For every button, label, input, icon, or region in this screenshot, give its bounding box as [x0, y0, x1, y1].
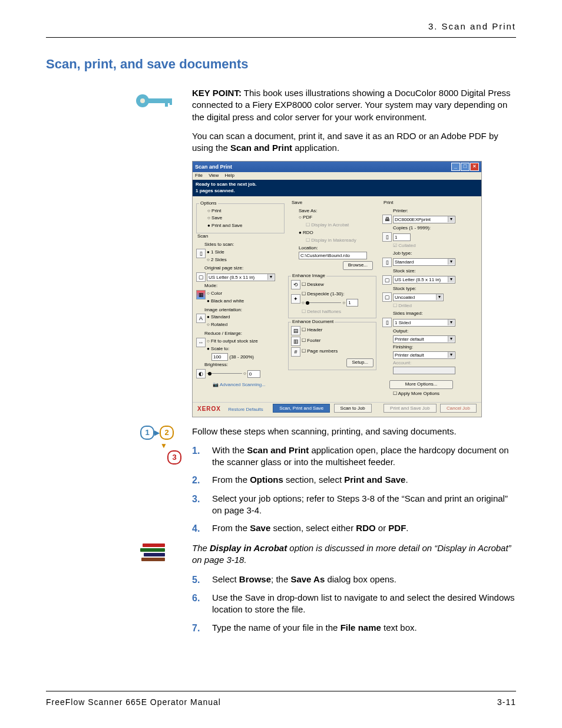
- fit-to-stock[interactable]: Fit to output stock size: [207, 338, 258, 345]
- orient-rotated[interactable]: Rotated: [207, 322, 230, 328]
- account-input: [393, 367, 455, 374]
- scan-and-print-screenshot: Scan and Print _□× File View Help Ready …: [192, 161, 482, 417]
- print-save-job-button: Print and Save Job: [384, 404, 437, 413]
- brightness-slider[interactable]: [207, 372, 242, 375]
- stocktype-select[interactable]: Uncoated: [393, 294, 444, 301]
- restore-defaults-link[interactable]: Restore Defaults: [228, 407, 263, 412]
- header-check[interactable]: Header: [302, 327, 322, 334]
- printer-icon: 🖶: [382, 215, 392, 224]
- status-bar: Ready to scan the next job. 1 pages scan…: [193, 180, 481, 196]
- maximize-icon[interactable]: □: [461, 163, 470, 171]
- svg-point-1: [140, 98, 145, 103]
- print-group: Print Printer: 🖶DC8000EXPprint Copies (1…: [380, 203, 462, 400]
- scan-print-save-button[interactable]: Scan, Print and Save: [273, 404, 330, 413]
- deskew-check[interactable]: Deskew: [302, 282, 324, 288]
- chapter-breadcrumb: 3. Scan and Print: [46, 21, 516, 38]
- sides-1[interactable]: 1 Side: [207, 249, 227, 256]
- opt-print-and-save[interactable]: Print and Save: [207, 223, 282, 229]
- display-makeready: Display in Makeready: [306, 238, 374, 244]
- stocksize-icon: ▢: [382, 275, 392, 285]
- advanced-scanning-link[interactable]: 📷 Advanced Scanning...: [213, 382, 266, 387]
- browse-button[interactable]: Browse...: [343, 261, 373, 270]
- save-rdo[interactable]: RDO: [299, 230, 374, 236]
- scan-group: Scan Sides to scan: ▯ 1 Side 2 Sides Ori…: [196, 237, 285, 391]
- mode-bw[interactable]: Black and white: [207, 298, 244, 305]
- step-1: 1. With the Scan and Print application o…: [192, 444, 516, 469]
- svg-rect-3: [165, 98, 168, 107]
- step-6: 6. Use the Save in drop-down list to nav…: [192, 592, 516, 616]
- mode-icon: ▦: [196, 290, 206, 299]
- minimize-icon[interactable]: _: [451, 163, 460, 171]
- enhance-image-group: Enhance Image ⟲ Deskew ✦ Despeckle (1-30…: [288, 276, 376, 318]
- detect-halftones: Detect halftones: [302, 309, 373, 315]
- scale-to[interactable]: Scale to:: [207, 346, 258, 353]
- stocktype-icon: ▢: [382, 292, 392, 302]
- page-number: 3-11: [497, 697, 516, 707]
- scale-value[interactable]: 100: [211, 353, 228, 361]
- footer-icon: ▥: [291, 337, 300, 346]
- menu-view[interactable]: View: [209, 173, 219, 178]
- copies-icon: ▯: [382, 232, 392, 242]
- jobtype-icon: ▯: [382, 258, 392, 267]
- svg-rect-4: [170, 98, 172, 105]
- save-pdf[interactable]: PDF: [299, 215, 374, 221]
- sides-2[interactable]: 2 Sides: [207, 257, 227, 263]
- menu-bar: File View Help: [193, 172, 481, 180]
- brightness-icon: ◐: [196, 369, 206, 378]
- steps-123-icon: 1▶2 ▼ 3: [140, 426, 185, 465]
- opt-save[interactable]: Save: [207, 215, 282, 222]
- cancel-job-button: Cancel Job: [440, 404, 477, 413]
- menu-help[interactable]: Help: [225, 173, 234, 178]
- opt-print[interactable]: Print: [207, 208, 282, 215]
- sidesimaged-select[interactable]: 1 Sided: [393, 319, 455, 327]
- apply-more-options[interactable]: Apply More Options: [393, 391, 460, 397]
- step-3: 3. Select your job options; refer to Ste…: [192, 493, 516, 517]
- output-select[interactable]: Printer default: [393, 335, 455, 343]
- header-icon: ▤: [291, 326, 300, 335]
- display-acrobat: Display in Acrobat: [306, 222, 374, 229]
- collated-check: Collated: [393, 243, 460, 249]
- sidesimaged-icon: ▯: [382, 318, 392, 327]
- orient-standard[interactable]: Standard: [207, 314, 230, 321]
- step-5: 5. Select Browse; the Save As dialog box…: [192, 574, 516, 587]
- stocksize-select[interactable]: US Letter (8.5 x 11 in): [393, 276, 455, 284]
- step-7: 7. Type the name of your file in the Fil…: [192, 622, 516, 635]
- despeckle-value[interactable]: 1: [346, 299, 358, 307]
- close-icon[interactable]: ×: [470, 163, 479, 171]
- follow-steps-text: Follow these steps when scanning, printi…: [192, 426, 516, 437]
- mode-color[interactable]: Color: [207, 291, 244, 297]
- manual-title: FreeFlow Scanner 665E Operator Manual: [46, 697, 221, 707]
- dialog-footer: XEROX Restore Defaults Scan, Print and S…: [193, 402, 481, 417]
- deskew-icon: ⟲: [291, 280, 300, 289]
- finishing-select[interactable]: Printer default: [393, 351, 455, 359]
- note-display-acrobat: The Display in Acrobat option is discuss…: [192, 542, 516, 566]
- window-titlebar: Scan and Print _□×: [193, 162, 481, 172]
- pagenum-check[interactable]: Page numbers: [302, 348, 338, 355]
- copies-input[interactable]: 1: [393, 233, 411, 241]
- despeckle-check[interactable]: Despeckle (1-30):: [302, 291, 358, 298]
- xerox-logo: XEROX: [197, 406, 221, 412]
- despeckle-icon: ✦: [291, 294, 300, 304]
- page-footer: FreeFlow Scanner 665E Operator Manual 3-…: [46, 691, 516, 707]
- key-point-paragraph: KEY POINT: This book uses illustrations …: [192, 87, 516, 123]
- intro-paragraph: You can scan a document, print it, and s…: [192, 130, 516, 154]
- location-field[interactable]: C:\Customer\Bound.rdo: [299, 252, 367, 259]
- enhance-document-group: Enhance Document ▤Header ▥Footer #Page n…: [288, 322, 376, 370]
- pagenum-icon: #: [291, 347, 300, 357]
- more-options-button[interactable]: More Options...: [389, 380, 453, 389]
- step-2: 2. From the Options section, select Prin…: [192, 474, 516, 487]
- window-buttons: _□×: [451, 163, 479, 171]
- jobtype-select[interactable]: Standard: [393, 258, 455, 266]
- printer-select[interactable]: DC8000EXPprint: [393, 216, 455, 223]
- drilled-check: Drilled: [393, 303, 460, 309]
- orig-page-size-select[interactable]: US Letter (8.5 x 11 in): [207, 274, 275, 281]
- brightness-value[interactable]: 0: [247, 370, 260, 378]
- page-size-icon: ▢: [196, 272, 206, 282]
- footer-check[interactable]: Footer: [302, 338, 320, 344]
- scale-icon: ↔: [196, 338, 206, 347]
- setup-button[interactable]: Setup...: [346, 358, 373, 367]
- save-group: Save Save As: PDF Display in Acrobat RDO…: [288, 203, 376, 273]
- despeckle-slider[interactable]: [306, 301, 341, 305]
- menu-file[interactable]: File: [195, 173, 203, 178]
- scan-to-job-button[interactable]: Scan to Job: [334, 404, 372, 413]
